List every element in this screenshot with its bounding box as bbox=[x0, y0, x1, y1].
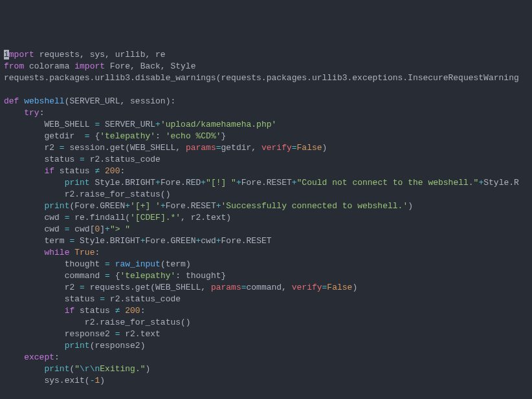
code-line: requests.packages.urllib3.disable_warnin… bbox=[4, 73, 519, 83]
code-editor[interactable]: import requests, sys, urllib, re from co… bbox=[4, 49, 528, 399]
cursor: i bbox=[4, 50, 9, 59]
keyword-import: mport bbox=[9, 50, 34, 59]
